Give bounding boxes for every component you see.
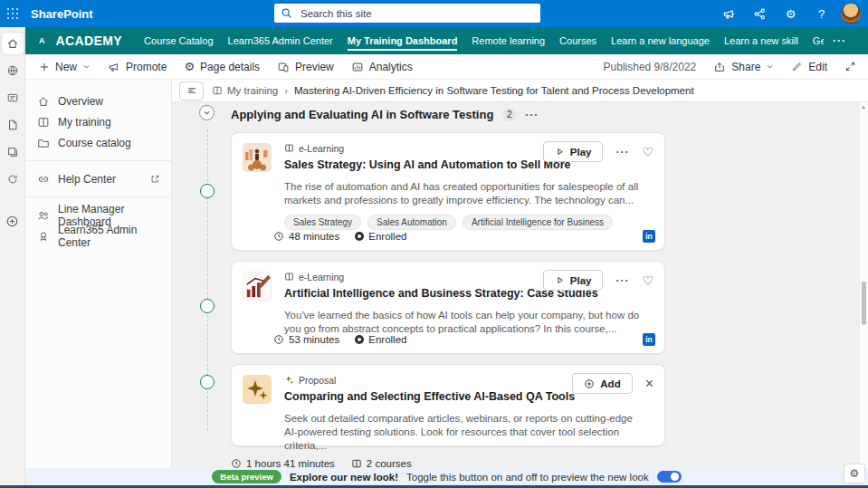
suite-bar: SharePoint ⚙ ? xyxy=(0,0,868,27)
add-button[interactable]: Add xyxy=(572,373,632,394)
edit-button[interactable]: Edit xyxy=(791,61,827,73)
card-more-icon[interactable]: ··· xyxy=(615,146,629,158)
book-icon xyxy=(284,272,294,282)
sidebar-item-my-training[interactable]: My training xyxy=(25,111,171,132)
section-more-icon[interactable]: ··· xyxy=(525,109,539,121)
proposal-title[interactable]: Comparing and Selecting Effective AI-Bas… xyxy=(284,390,509,403)
announcements-icon[interactable] xyxy=(718,2,740,25)
home-icon xyxy=(37,95,50,108)
share-button[interactable]: Share xyxy=(713,61,774,73)
enrollment-status: Enrolled xyxy=(355,334,406,345)
analytics-icon xyxy=(351,61,364,73)
nav-item-courses[interactable]: Courses xyxy=(559,27,596,54)
dismiss-icon[interactable]: × xyxy=(645,377,653,391)
suite-actions: ⚙ ? xyxy=(718,2,868,25)
section-title: Applying and Evaluating AI in Software T… xyxy=(231,108,493,121)
published-status: Published 9/8/2022 xyxy=(604,61,697,73)
tag[interactable]: Artificial Intelligence for Business xyxy=(463,215,613,230)
hamburger-icon xyxy=(186,85,197,96)
nav-item-learn365-admin-center[interactable]: Learn365 Admin Center xyxy=(228,27,333,54)
course-description: The rise of automation and AI has create… xyxy=(284,180,644,207)
book-icon xyxy=(37,116,50,129)
section-collapse-button[interactable] xyxy=(199,105,215,120)
share-network-icon[interactable] xyxy=(749,2,771,25)
card-more-icon[interactable]: ··· xyxy=(615,274,629,287)
nav-item-get-involved[interactable]: Get involved xyxy=(813,27,824,54)
chevron-down-icon xyxy=(82,62,91,71)
timeline-milestone[interactable] xyxy=(200,299,215,313)
scroll-up-icon[interactable]: ▲ xyxy=(860,104,867,110)
vertical-scrollbar[interactable]: ▲ xyxy=(859,102,868,468)
analytics-button[interactable]: Analytics xyxy=(351,61,413,73)
expand-icon[interactable] xyxy=(844,61,856,72)
external-link-icon xyxy=(150,174,160,184)
site-search[interactable] xyxy=(274,4,540,23)
scrollbar-thumb[interactable] xyxy=(862,282,866,325)
site-title[interactable]: ACADEMY xyxy=(56,33,123,48)
timeline-milestone[interactable] xyxy=(200,375,215,389)
total-courses: 2 courses xyxy=(351,458,412,468)
nav-item-learn-a-new-language[interactable]: Learn a new language xyxy=(611,27,710,54)
linkedin-icon[interactable]: in xyxy=(643,333,655,346)
banner-settings-button[interactable]: ⚙ xyxy=(844,464,865,483)
waffle-icon xyxy=(7,8,19,20)
course-thumbnail xyxy=(243,272,272,301)
timeline-milestone[interactable] xyxy=(200,184,215,198)
section-count-badge: 2 xyxy=(502,108,516,121)
nav-item-learn-a-new-skill[interactable]: Learn a new skill xyxy=(724,27,798,54)
rail-globe-icon[interactable] xyxy=(2,60,24,81)
rail-news-icon[interactable] xyxy=(2,87,24,109)
page-details-button[interactable]: ⚙ Page details xyxy=(184,60,260,73)
course-type: e-Learning xyxy=(284,142,509,154)
nav-item-my-training-dashboard[interactable]: My Training Dashboard xyxy=(348,27,458,54)
nav-item-remote-learning[interactable]: Remote learning xyxy=(472,27,545,54)
card-actions: Add × xyxy=(572,373,653,394)
settings-icon[interactable]: ⚙ xyxy=(779,2,802,25)
sidebar-item-help-center[interactable]: Help Center xyxy=(25,168,171,189)
course-card: e-Learning Sales Strategy: Using AI and … xyxy=(231,132,665,251)
rail-lists-icon[interactable] xyxy=(2,141,24,163)
clock-icon xyxy=(231,458,242,468)
total-duration: 1 hours 41 minutes xyxy=(231,458,335,468)
course-title[interactable]: Sales Strategy: Using AI and Automation … xyxy=(284,158,509,171)
proposal-thumbnail xyxy=(243,375,272,404)
help-icon[interactable]: ? xyxy=(810,2,833,25)
promote-button[interactable]: Promote xyxy=(108,61,167,73)
sidebar-item-learn365-admin-center[interactable]: Learn365 Admin Center xyxy=(25,225,171,246)
card-actions: Play ··· ♡ xyxy=(543,141,653,162)
card-footer: 53 minutes Enrolled xyxy=(273,334,406,345)
beta-banner: Beta preview Explore our new look! Toggl… xyxy=(25,468,868,485)
linkedin-icon[interactable]: in xyxy=(643,230,655,243)
rail-home-icon[interactable] xyxy=(2,33,24,54)
rail-create-icon[interactable] xyxy=(2,210,24,232)
new-look-toggle[interactable] xyxy=(657,471,682,483)
rail-loop-icon[interactable] xyxy=(2,168,24,190)
favorite-icon[interactable]: ♡ xyxy=(642,274,653,287)
site-logo[interactable]: A xyxy=(39,36,45,45)
nav-item-course-catalog[interactable]: Course Catalog xyxy=(144,27,213,54)
rail-file-icon[interactable] xyxy=(2,114,24,136)
tag[interactable]: Sales Strategy xyxy=(284,215,361,230)
sidebar-item-course-catalog[interactable]: Course catalog xyxy=(25,132,171,153)
proposal-type: Proposal xyxy=(284,374,509,386)
nav-overflow-icon[interactable]: ··· xyxy=(824,34,868,47)
megaphone-icon xyxy=(108,61,120,73)
command-bar: New Promote ⚙ Page details Preview Analy… xyxy=(25,54,868,80)
user-avatar[interactable] xyxy=(841,4,861,24)
new-button[interactable]: New xyxy=(39,61,91,73)
play-button[interactable]: Play xyxy=(543,270,604,291)
app-title[interactable]: SharePoint xyxy=(31,7,93,21)
sparkle-icon xyxy=(284,375,294,385)
play-button[interactable]: Play xyxy=(543,141,604,162)
sidebar-item-overview[interactable]: Overview xyxy=(25,91,171,111)
sidebar: Overview My training Course catalog Help… xyxy=(25,80,172,468)
clock-icon xyxy=(273,334,284,345)
course-title[interactable]: Artificial Intelligence and Business Str… xyxy=(284,287,509,300)
search-input[interactable] xyxy=(299,7,534,20)
breadcrumb-parent[interactable]: My training xyxy=(212,85,278,96)
preview-button[interactable]: Preview xyxy=(277,61,334,73)
collapse-menu-button[interactable] xyxy=(179,81,204,100)
app-launcher-button[interactable] xyxy=(0,0,25,27)
tag[interactable]: Sales Automation xyxy=(367,215,456,230)
favorite-icon[interactable]: ♡ xyxy=(642,146,653,158)
